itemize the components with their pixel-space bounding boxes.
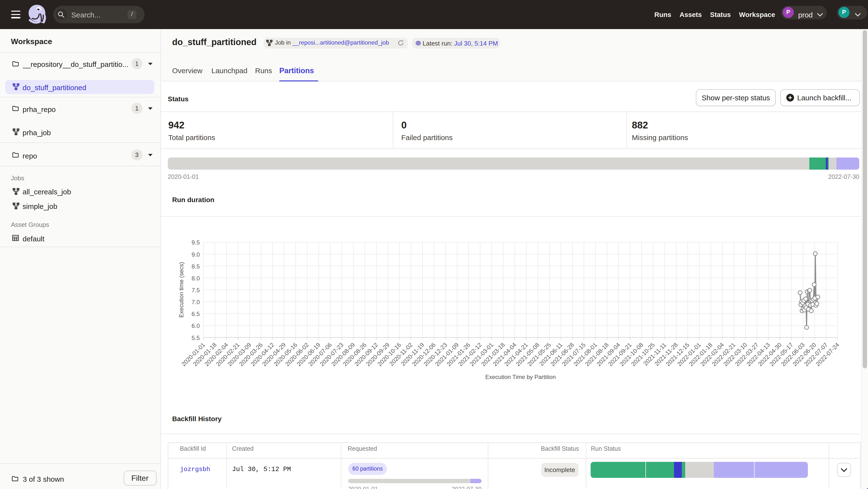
svg-text:7.5: 7.5	[191, 287, 199, 293]
svg-text:7.0: 7.0	[191, 298, 199, 305]
svg-text:6.0: 6.0	[191, 322, 199, 329]
svg-text:8.5: 8.5	[191, 263, 199, 269]
svg-text:Execution time (secs): Execution time (secs)	[178, 262, 184, 317]
svg-text:8.0: 8.0	[191, 275, 199, 281]
svg-text:6.5: 6.5	[191, 311, 199, 317]
svg-text:9.5: 9.5	[191, 239, 199, 246]
svg-text:Execution Time by Partition: Execution Time by Partition	[485, 373, 555, 380]
svg-text:9.0: 9.0	[191, 251, 199, 258]
svg-text:5.5: 5.5	[191, 334, 199, 341]
